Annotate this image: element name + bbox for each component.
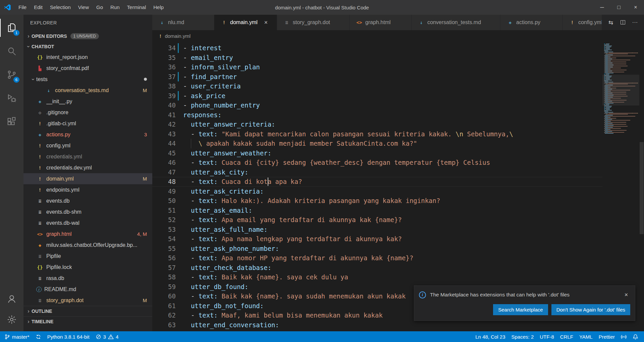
file-row-events.db-wal[interactable]: ≡events.db-wal: [23, 217, 152, 228]
gutter-margin[interactable]: [176, 110, 183, 120]
tab-graph.html[interactable]: <>graph.html×: [350, 15, 412, 30]
code-line-50[interactable]: 50 - text: Halo kak:). Adakah kriteria p…: [152, 196, 602, 206]
timeline-section[interactable]: › TIMELINE: [23, 316, 152, 327]
code-line-35[interactable]: 35- email_entry: [152, 53, 602, 63]
split-editor-button[interactable]: [618, 17, 628, 27]
file-row-miluv.sales.chatbot.OfferUpgrade.bp...[interactable]: ◆miluv.sales.chatbot.OfferUpgrade.bp...: [23, 240, 152, 251]
search-activity-button[interactable]: [0, 40, 23, 63]
tab-config.yml[interactable]: !config.yml×: [562, 15, 602, 30]
menu-go[interactable]: Go: [93, 0, 107, 15]
code-editor[interactable]: 34- interest35- email_entry36- inform_si…: [152, 42, 644, 331]
source-control-activity-button[interactable]: 6: [0, 63, 23, 86]
gutter-margin[interactable]: [176, 225, 183, 234]
gutter-margin[interactable]: [176, 282, 183, 292]
code-line-53[interactable]: 53 utter_ask_full_name:: [152, 225, 602, 234]
run-debug-activity-button[interactable]: [0, 86, 23, 110]
gutter-margin[interactable]: [176, 215, 183, 225]
dont-show-again-button[interactable]: Don't Show Again for '.dot' files: [551, 304, 630, 315]
gutter-margin[interactable]: [176, 177, 183, 187]
broadcast-button[interactable]: [618, 331, 630, 342]
tab-nlu.md[interactable]: ↓nlu.md×: [152, 15, 214, 30]
branch-indicator[interactable]: master*: [1, 331, 33, 342]
menu-selection[interactable]: Selection: [46, 0, 74, 15]
formatter-indicator[interactable]: Prettier: [596, 331, 618, 342]
accounts-button[interactable]: [0, 288, 23, 309]
gutter-margin[interactable]: [176, 167, 183, 177]
code-line-52[interactable]: 52 - text: Apa email yang terdaftar di a…: [152, 215, 602, 225]
file-row-endpoints.yml[interactable]: !endpoints.yml: [23, 184, 152, 195]
file-row-Pipfile[interactable]: ≡Pipfile: [23, 251, 152, 262]
settings-button[interactable]: [0, 309, 23, 330]
code-line-58[interactable]: 58 - text: Baik kak {name}. saya cek dul…: [152, 272, 602, 282]
code-line-36[interactable]: 36- inform_silver_plan: [152, 62, 602, 72]
code-line-45[interactable]: 45 utter_answer_weather:: [152, 148, 602, 158]
tab-actions.py[interactable]: ◈actions.py×: [500, 15, 562, 30]
gutter-margin[interactable]: [176, 253, 183, 263]
menu-terminal[interactable]: Terminal: [123, 0, 150, 15]
menu-file[interactable]: File: [15, 0, 30, 15]
gutter-margin[interactable]: [176, 53, 183, 63]
gutter-margin[interactable]: [176, 320, 183, 330]
code-line-38[interactable]: 38- user_criteria: [152, 81, 602, 91]
file-row-story_graph.dot[interactable]: ≡story_graph.dotM: [23, 295, 152, 306]
code-line-46[interactable]: 46 - text: Cuaca di {city} sedang {weath…: [152, 158, 602, 167]
scrollbar-slider[interactable]: [640, 142, 644, 234]
menu-help[interactable]: Help: [150, 0, 167, 15]
gutter-margin[interactable]: [176, 81, 183, 91]
gutter-margin[interactable]: [176, 196, 183, 206]
menu-edit[interactable]: Edit: [30, 0, 46, 15]
notification-close-icon[interactable]: ×: [622, 291, 630, 299]
code-line-40[interactable]: 40- phone_number_entry: [152, 100, 602, 110]
code-line-51[interactable]: 51 utter_ask_email:: [152, 206, 602, 215]
indentation-indicator[interactable]: Spaces: 2: [508, 331, 537, 342]
close-button[interactable]: ×: [627, 0, 644, 15]
modified-line-indicator[interactable]: [176, 43, 183, 53]
language-mode[interactable]: YAML: [576, 331, 596, 342]
gutter-margin[interactable]: [176, 263, 183, 273]
tab-conversation_tests.md[interactable]: ↓conversation_tests.md×: [412, 15, 500, 30]
file-row-conversation_tests.md[interactable]: ↓conversation_tests.mdM: [23, 85, 152, 96]
file-row-Pipfile.lock[interactable]: {}Pipfile.lock: [23, 262, 152, 273]
gutter-margin[interactable]: [176, 291, 183, 301]
cursor-position[interactable]: Ln 48, Col 23: [472, 331, 508, 342]
gutter-margin[interactable]: [176, 234, 183, 244]
gutter-margin[interactable]: [176, 148, 183, 158]
gutter-margin[interactable]: [176, 206, 183, 215]
file-row-domain.yml[interactable]: !domain.ymlM: [23, 173, 152, 184]
code-line-41[interactable]: 41responses:: [152, 110, 602, 120]
file-row-config.yml[interactable]: !config.yml: [23, 140, 152, 151]
minimize-button[interactable]: ─: [594, 0, 610, 15]
code-line-63[interactable]: 63 utter_end_conversation:: [152, 320, 602, 330]
file-row-intent_report.json[interactable]: {}intent_report.json: [23, 52, 152, 63]
extensions-activity-button[interactable]: [0, 110, 23, 133]
open-editors-section[interactable]: › OPEN EDITORS 1 UNSAVED: [23, 31, 152, 41]
tab-close-icon[interactable]: ×: [262, 18, 270, 26]
file-row-.gitlab-ci.yml[interactable]: !.gitlab-ci.yml: [23, 118, 152, 129]
sync-button[interactable]: [33, 331, 44, 342]
gutter-margin[interactable]: [176, 139, 183, 148]
open-changes-button[interactable]: ⇆: [606, 17, 616, 27]
notifications-bell-button[interactable]: [630, 331, 641, 342]
tab-story_graph.dot[interactable]: ≡story_graph.dot×: [277, 15, 350, 30]
code-line-56[interactable]: 56 - text: Apa nomor HP yang terdaftar d…: [152, 253, 602, 263]
gutter-margin[interactable]: [176, 100, 183, 110]
modified-line-indicator[interactable]: [176, 91, 183, 101]
python-interpreter[interactable]: Python 3.8.1 64-bit: [44, 331, 93, 342]
search-marketplace-button[interactable]: Search Marketplace: [493, 304, 548, 315]
gutter-margin[interactable]: [176, 62, 183, 72]
file-row-rasa.db[interactable]: ≡rasa.db: [23, 273, 152, 284]
gutter-margin[interactable]: [176, 311, 183, 320]
gutter-margin[interactable]: [176, 272, 183, 282]
code-line-44[interactable]: 44 \ apakah kakak sudah menjadi member S…: [152, 139, 602, 148]
file-row-actions.py[interactable]: ◈actions.py3: [23, 129, 152, 140]
breadcrumb[interactable]: ! domain.yml: [152, 30, 644, 42]
code-line-37[interactable]: 37- find_partner: [152, 72, 602, 82]
modified-line-indicator[interactable]: [176, 72, 183, 82]
file-row-graph.html[interactable]: <>graph.html4, M: [23, 228, 152, 240]
code-line-57[interactable]: 57 utter_check_database:: [152, 263, 602, 273]
encoding-indicator[interactable]: UTF-8: [537, 331, 557, 342]
file-row-credentials.dev.yml[interactable]: !credentials.dev.yml: [23, 162, 152, 173]
code-line-49[interactable]: 49 utter_ask_criteria:: [152, 187, 602, 196]
file-row-story_confmat.pdf[interactable]: ▙story_confmat.pdf: [23, 63, 152, 74]
file-row-credentials.yml[interactable]: !credentials.yml: [23, 151, 152, 162]
